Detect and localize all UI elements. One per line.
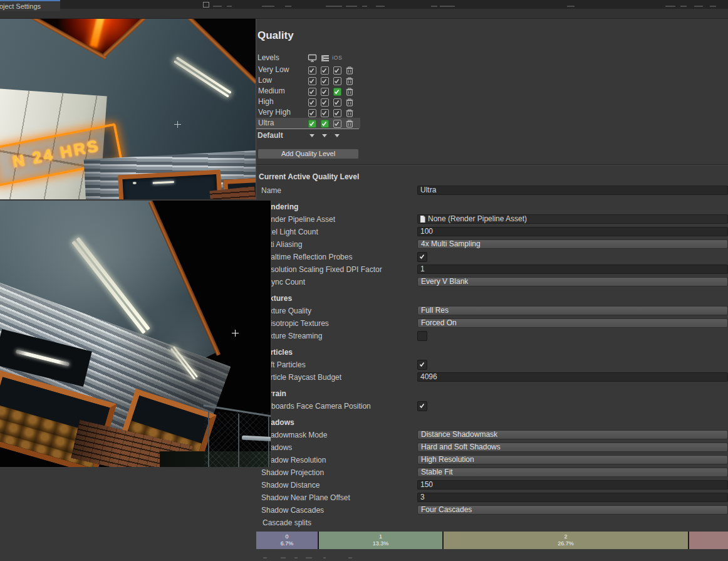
quality-level-row-ultra[interactable]: Ultra [256,118,360,128]
shadow-near-plane-offset-input[interactable]: 3 [417,493,728,502]
toolbar-remnant [326,6,342,7]
cascade-segment-1[interactable]: 113.3% [319,532,442,549]
field-label: Soft Particles [261,359,415,371]
platform-checkbox[interactable] [321,98,329,107]
platform-checkbox[interactable] [321,77,329,85]
toolbar-remnant [213,6,222,7]
field-label: Anti Aliasing [261,238,415,251]
default-dropdown-arrow-icon[interactable] [322,134,327,137]
platform-checkbox[interactable] [308,66,316,75]
setting-row-shadow-distance: Shadow Distance150 [0,479,728,491]
delete-level-button[interactable] [346,119,353,127]
cascade-segment-3[interactable] [689,532,728,549]
default-dropdown-arrow-icon[interactable] [335,134,340,137]
field-label: Name [261,184,415,197]
particle-raycast-budget-input[interactable]: 4096 [417,372,728,382]
scene-view-2[interactable] [0,201,271,467]
pixel-light-count-input[interactable]: 100 [417,227,728,236]
field-label: VSync Count [261,276,415,288]
platform-checkbox[interactable] [321,66,329,75]
texture-quality-dropdown[interactable]: Full Res [417,306,728,315]
trash-icon [346,109,353,117]
anisotropic-textures-dropdown[interactable]: Forced On [417,318,728,328]
platform-checkbox[interactable] [308,88,316,96]
delete-level-button[interactable] [346,98,353,106]
toolbar-remnant [694,6,703,7]
resolution-scaling-fixed-dpi-factor-input[interactable]: 1 [417,265,728,274]
shadow-resolution-dropdown[interactable]: High Resolution [417,455,728,464]
default-label: Default [257,130,283,141]
render-pipeline-asset-object-field[interactable]: None (Render Pipeline Asset) [417,214,728,224]
check-icon [334,121,340,127]
platform-checkbox[interactable] [333,120,341,128]
delete-level-button[interactable] [346,76,353,85]
shadowmask-mode-dropdown[interactable]: Distance Shadowmask [417,430,728,439]
shadow-cascades-dropdown[interactable]: Four Cascades [417,505,728,515]
delete-level-button[interactable] [346,66,353,74]
default-dropdown-arrow-icon[interactable] [309,134,315,137]
platform-checkbox[interactable] [321,120,329,128]
check-icon [334,110,340,116]
name-input[interactable]: Ultra [417,186,728,195]
cascade-segment-2[interactable]: 226.7% [444,532,688,549]
platform-checkbox[interactable] [333,98,341,107]
soft-particles-checkbox[interactable] [417,360,427,370]
scene-view-1[interactable]: N 24 HRS [0,11,256,199]
quality-level-row-high[interactable]: High [256,97,360,107]
levels-column-header: Levels [257,53,279,62]
platform-checkbox[interactable] [321,88,329,96]
realtime-reflection-probes-checkbox[interactable] [417,252,427,262]
platform-checkbox[interactable] [308,109,316,117]
move-cursor-icon [174,121,181,128]
cascade-segment-0[interactable]: 06.7% [256,532,318,549]
toolbar-remnant [431,6,437,7]
add-quality-level-button[interactable]: Add Quality Level [257,149,359,159]
quality-level-name: High [258,97,274,107]
file-icon [420,216,425,223]
platform-checkbox[interactable] [308,98,316,107]
quality-level-name: Medium [258,86,285,97]
cascade-index: 2 [444,533,688,540]
quality-level-row-medium[interactable]: Medium [256,86,360,97]
quality-level-row-low[interactable]: Low [256,75,360,86]
section-header-label: Particles [261,346,415,359]
field-label: Pixel Light Count [261,226,415,238]
platform-checkbox[interactable] [308,120,316,128]
check-icon [309,78,315,84]
clipped-row-remnant [323,557,326,558]
platform-checkbox[interactable] [308,77,316,85]
check-icon [321,121,327,127]
texture-streaming-checkbox[interactable] [417,331,427,341]
check-icon [309,89,315,95]
billboards-face-camera-position-checkbox[interactable] [417,401,427,411]
check-icon [321,78,327,84]
quality-level-row-very-high[interactable]: Very High [256,107,360,118]
clipped-row-remnant [348,557,352,558]
field-label: Shadow Projection [261,466,415,479]
setting-row-shadow-near-plane-offset: Shadow Near Plane Offset3 [0,491,728,504]
platform-checkbox[interactable] [321,109,329,117]
delete-level-button[interactable] [346,108,353,117]
platform-checkbox[interactable] [333,66,341,75]
field-label: Shadow Cascades [261,504,415,516]
field-label: Billboards Face Camera Position [261,400,415,412]
shadow-projection-dropdown[interactable]: Stable Fit [417,468,728,477]
quality-level-name: Low [258,75,272,86]
shadow-distance-input[interactable]: 150 [417,480,728,490]
quality-level-row-very-low[interactable]: Very Low [256,65,360,75]
tab-project-settings[interactable]: Project Settings [0,0,60,11]
check-icon [309,100,315,105]
check-icon [321,100,327,105]
platform-checkbox[interactable] [333,77,341,85]
toolbar-remnant [227,6,232,7]
field-label: Shadow Near Plane Offset [261,491,415,504]
cascade-splits-label: Cascade splits [263,516,311,529]
delete-level-button[interactable] [346,87,353,95]
toolbar-remnant [262,6,274,7]
platform-checkbox[interactable] [333,88,341,96]
platform-checkbox[interactable] [333,109,341,117]
shadows-dropdown[interactable]: Hard and Soft Shadows [417,443,728,452]
vsync-count-dropdown[interactable]: Every V Blank [417,277,728,286]
clipped-row-remnant [306,557,312,558]
anti-aliasing-dropdown[interactable]: 4x Multi Sampling [417,239,728,249]
